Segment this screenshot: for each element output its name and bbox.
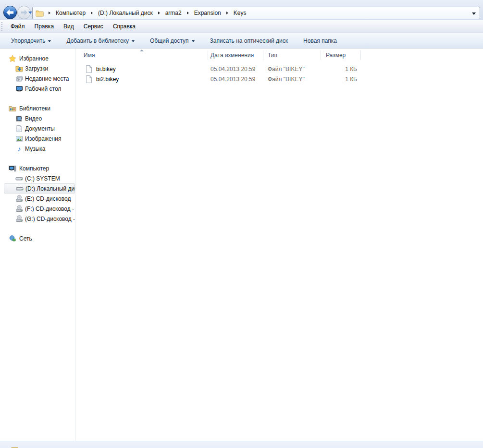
address-bar[interactable]: Компьютер (D:) Локальный диск arma2 Expa… [32,7,480,19]
menu-bar: Файл Правка Вид Сервис Справка [0,20,483,33]
file-row[interactable]: bi.bikey 05.04.2013 20:59 Файл "BIKEY" 1… [76,64,483,74]
sidebar-item-recent-places[interactable]: Недавние места [0,73,75,84]
sidebar-label: Недавние места [25,75,69,82]
file-row[interactable]: bi2.bikey 05.04.2013 20:59 Файл "BIKEY" … [76,74,483,85]
share-button[interactable]: Общий доступ [148,36,197,46]
chevron-down-icon [192,40,195,42]
back-button[interactable] [3,5,17,20]
chevron-down-icon [48,40,51,42]
sidebar-section-network[interactable]: Сеть [0,233,75,243]
file-icon [86,75,92,85]
libraries-icon [9,105,16,112]
new-folder-button[interactable]: Новая папка [301,36,339,46]
explorer-window: Компьютер (D:) Локальный диск arma2 Expa… [0,0,483,448]
sidebar-item-music[interactable]: ♪ Музыка [0,144,75,154]
menu-help[interactable]: Справка [108,20,140,33]
column-divider[interactable] [263,50,263,60]
sidebar-item-pictures[interactable]: Изображения [0,133,75,144]
new-folder-label: Новая папка [303,37,337,44]
breadcrumb-computer[interactable]: Компьютер [54,8,87,18]
computer-icon [9,165,16,172]
sidebar-item-drive-d[interactable]: (D:) Локальный дис [4,183,75,194]
sidebar-label: (F:) CD-дисковод - V [25,206,75,212]
breadcrumb-drive-d[interactable]: (D:) Локальный диск [97,8,154,18]
network-icon [9,235,16,242]
add-to-library-button[interactable]: Добавить в библиотеку [64,36,137,46]
column-divider[interactable] [321,50,321,60]
sidebar-item-documents[interactable]: Документы [0,123,75,133]
sidebar-item-drive-e[interactable]: (E:) CD-дисковод [0,194,75,204]
sidebar-label: (D:) Локальный дис [25,185,75,192]
sidebar-label: Рабочий стол [25,85,61,92]
menu-edit[interactable]: Правка [30,20,59,33]
sidebar-label: (C:) SYSTEM [25,175,60,182]
file-size: 1 КБ [321,64,357,74]
sidebar-gap [0,94,75,103]
address-dropdown-icon[interactable] [472,12,476,15]
column-header-modified[interactable]: Дата изменения [211,49,254,61]
breadcrumb-separator-icon [158,12,160,14]
column-header-size[interactable]: Размер [326,49,346,61]
column-divider[interactable] [208,50,208,60]
recent-pages-dropdown-icon[interactable] [28,12,32,14]
file-list-pane: Имя Дата изменения Тип Размер bi.bikey 0… [76,48,483,441]
cd-drive-icon [15,215,23,223]
sidebar-gap [0,224,75,233]
sidebar-item-downloads[interactable]: Загрузки [0,63,75,73]
file-size: 1 КБ [321,74,357,85]
sidebar-label: Загрузки [25,65,48,72]
file-name: bi2.bikey [96,74,119,85]
sidebar-section-computer[interactable]: Компьютер [0,163,75,173]
sidebar-section-favorites[interactable]: Избранное [0,53,75,63]
breadcrumb-separator-icon [226,12,228,14]
back-arrow-icon [3,5,17,20]
sidebar-item-videos[interactable]: Видео [0,113,75,123]
content-area: Избранное Загрузки Недавние места Рабочи… [0,48,483,441]
command-bar: Упорядочить Добавить в библиотеку Общий … [0,33,483,48]
sidebar-label: (E:) CD-дисковод [25,195,71,202]
file-modified: 05.04.2013 20:59 [211,74,255,85]
organize-button[interactable]: Упорядочить [9,36,53,46]
column-header-type[interactable]: Тип [268,49,277,61]
sidebar-label: Сеть [19,235,32,242]
folder-icon [11,445,31,448]
desktop-icon [15,85,23,93]
sidebar-item-desktop[interactable]: Рабочий стол [0,84,75,94]
breadcrumb-keys[interactable]: Keys [232,8,248,18]
menu-tools[interactable]: Сервис [79,20,108,33]
file-rows: bi.bikey 05.04.2013 20:59 Файл "BIKEY" 1… [76,64,483,85]
share-label: Общий доступ [150,37,189,44]
cd-drive-icon [15,195,23,203]
sidebar-label: Музыка [25,145,45,152]
file-modified: 05.04.2013 20:59 [211,64,255,74]
column-header-name[interactable]: Имя [84,49,95,61]
navigation-pane: Избранное Загрузки Недавние места Рабочи… [0,48,75,441]
breadcrumb-separator-icon [49,12,50,14]
downloads-icon [15,65,23,73]
chevron-down-icon [132,40,135,42]
sidebar-item-drive-f[interactable]: (F:) CD-дисковод - V [0,204,75,214]
documents-icon [15,125,23,133]
breadcrumb-arma2[interactable]: arma2 [164,8,183,18]
sidebar-section-libraries[interactable]: Библиотеки [0,103,75,113]
menu-file[interactable]: Файл [6,20,30,33]
add-to-library-label: Добавить в библиотеку [66,37,129,44]
sidebar-label: Избранное [19,55,49,62]
sidebar-item-drive-g[interactable]: (G:) CD-дисковод - . [0,214,75,224]
breadcrumb-expansion[interactable]: Expansion [193,8,223,18]
details-pane: Keys [0,441,483,448]
column-divider[interactable] [360,50,361,60]
star-icon [9,55,16,62]
organize-label: Упорядочить [11,37,45,44]
recent-places-icon [15,75,23,83]
sidebar-item-drive-c[interactable]: (C:) SYSTEM [0,173,75,183]
menu-view[interactable]: Вид [59,20,79,33]
burn-disc-button[interactable]: Записать на оптический диск [208,36,291,46]
file-name: bi.bikey [96,64,116,74]
cd-drive-icon [15,205,23,213]
sidebar-label: Библиотеки [19,105,50,112]
hard-drive-icon [16,185,24,193]
file-type: Файл "BIKEY" [268,74,305,85]
video-icon [15,115,23,122]
file-type: Файл "BIKEY" [268,64,305,74]
